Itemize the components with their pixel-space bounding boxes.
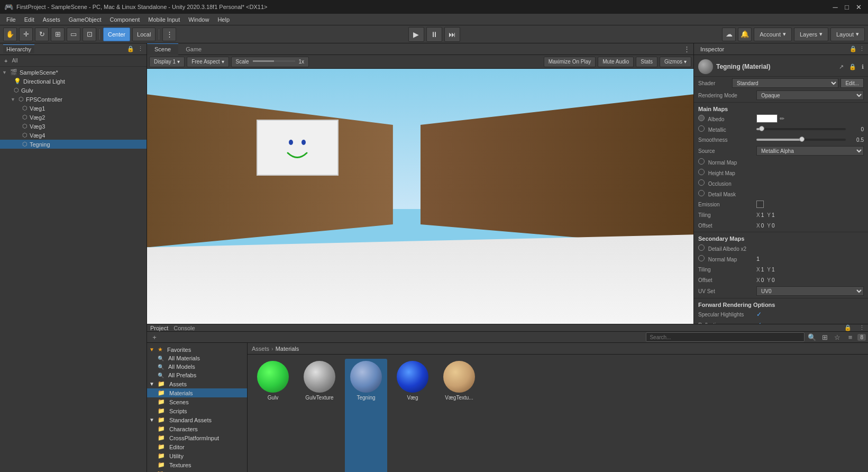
tree-item-vaeg2[interactable]: ⬡ Væg2 — [0, 113, 147, 122]
menu-help[interactable]: Help — [213, 15, 234, 24]
project-menu-icon[interactable]: ⋮ — [859, 324, 865, 331]
hierarchy-lock-icon[interactable]: 🔒 — [127, 46, 134, 52]
tree-item-tegning[interactable]: ⬡ Tegning — [0, 140, 147, 149]
smoothness-slider-thumb[interactable] — [799, 137, 805, 142]
emission-swatch[interactable] — [756, 201, 764, 208]
pause-button[interactable]: ⏸ — [426, 27, 442, 42]
account-dropdown[interactable]: Account ▾ — [754, 28, 792, 41]
layout-dropdown[interactable]: Layout ▾ — [830, 28, 865, 41]
move-tool-button[interactable]: ✛ — [19, 28, 33, 41]
project-add-button[interactable]: + — [149, 332, 160, 342]
sidebar-item-all-materials[interactable]: 🔍 All Materials — [147, 354, 247, 362]
transform-tool-button[interactable]: ⊡ — [83, 28, 96, 41]
tree-item-directional-light[interactable]: 💡 Directional Light — [0, 77, 147, 86]
maximize-btn[interactable]: Maximize On Play — [544, 57, 596, 67]
menu-file[interactable]: File — [2, 15, 20, 24]
sidebar-item-editor[interactable]: 📁 Editor — [147, 442, 247, 451]
sidebar-item-all-prefabs[interactable]: 🔍 All Prefabs — [147, 371, 247, 379]
specular-checkbox[interactable]: ✓ — [756, 311, 762, 318]
edit-shader-button[interactable]: Edit... — [840, 78, 864, 88]
source-select[interactable]: Metallic Alpha — [756, 146, 864, 156]
project-tab[interactable]: Project — [150, 325, 168, 331]
asset-item-gulv[interactable]: Gulv — [252, 359, 294, 472]
sidebar-item-scenes[interactable]: 📁 Scenes — [147, 397, 247, 406]
sidebar-item-packages[interactable]: ▶ 📁 Packages — [147, 469, 247, 472]
albedo-color-swatch[interactable] — [756, 114, 778, 123]
scale-tool-button[interactable]: ⊞ — [51, 28, 65, 41]
metallic-slider-thumb[interactable] — [759, 126, 764, 131]
asset-item-gulvtexture[interactable]: GulvTexture — [298, 359, 341, 472]
search-icon[interactable]: 🔍 — [807, 332, 817, 342]
rect-tool-button[interactable]: ▭ — [67, 28, 80, 41]
sidebar-item-scripts[interactable]: 📁 Scripts — [147, 406, 247, 415]
local-toggle-button[interactable]: Local — [132, 28, 156, 41]
inspector-menu-icon[interactable]: ⋮ — [859, 46, 865, 52]
tree-item-vaeg1[interactable]: ⬡ Væg1 — [0, 104, 147, 113]
sidebar-item-all-models[interactable]: 🔍 All Models — [147, 362, 247, 371]
smoothness-slider[interactable] — [756, 139, 846, 141]
cloud-button[interactable]: 🔔 — [738, 28, 752, 41]
tab-scene[interactable]: Scene — [147, 43, 178, 55]
insp-info-icon[interactable]: ℹ — [862, 63, 864, 70]
display-dropdown[interactable]: Display 1 ▾ — [149, 57, 185, 67]
scale-control[interactable]: Scale 1x — [231, 57, 309, 67]
asset-item-vaegtexture[interactable]: VægTextu... — [438, 359, 480, 472]
hierarchy-tab[interactable]: Hierarchy — [3, 44, 34, 53]
sidebar-item-crossplatform[interactable]: 📁 CrossPlatformInput — [147, 433, 247, 442]
scene-menu-icon[interactable]: ⋮ — [680, 45, 693, 53]
insp-lock2-icon[interactable]: 🔒 — [849, 63, 856, 70]
hierarchy-add-button[interactable]: + — [2, 57, 10, 65]
menu-component[interactable]: Component — [105, 15, 144, 24]
sidebar-item-materials[interactable]: 📁 Materials — [147, 388, 247, 397]
stats-btn[interactable]: Stats — [636, 57, 657, 67]
play-button[interactable]: ▶ — [408, 27, 424, 42]
filter-icon[interactable]: ⊞ — [819, 332, 830, 342]
collab-button[interactable]: ☁ — [722, 28, 736, 41]
mute-btn[interactable]: Mute Audio — [598, 57, 634, 67]
menu-assets[interactable]: Assets — [39, 15, 65, 24]
rendering-mode-select[interactable]: Opaque — [756, 90, 864, 100]
rotate-tool-button[interactable]: ↻ — [35, 28, 49, 41]
sidebar-item-utility[interactable]: 📁 Utility — [147, 451, 247, 460]
close-button[interactable]: ✕ — [853, 2, 864, 12]
tree-item-vaeg4[interactable]: ⬡ Væg4 — [0, 131, 147, 140]
scene-view[interactable] — [147, 69, 693, 324]
aspect-dropdown[interactable]: Free Aspect ▾ — [187, 57, 229, 67]
console-tab[interactable]: Console — [173, 325, 195, 331]
metallic-slider[interactable] — [756, 128, 846, 130]
project-lock-icon[interactable]: 🔒 — [844, 324, 852, 331]
list-icon[interactable]: ≡ — [845, 332, 855, 342]
tree-item-gulv[interactable]: ⬡ Gulv — [0, 86, 147, 95]
inspector-lock-icon[interactable]: 🔒 — [849, 46, 857, 52]
minimize-button[interactable]: ─ — [830, 2, 840, 12]
bc-assets[interactable]: Assets — [252, 346, 269, 352]
step-button[interactable]: ⏭ — [444, 27, 460, 42]
menu-gameobject[interactable]: GameObject — [65, 15, 106, 24]
tree-item-fpscontroller[interactable]: ▼ ⬡ FPSController — [0, 95, 147, 104]
star-icon[interactable]: ☆ — [832, 332, 843, 342]
tree-item-samplescene[interactable]: ▼ 🎬 SampleScene* — [0, 68, 147, 77]
scale-slider[interactable] — [253, 60, 295, 62]
eyedropper-icon[interactable]: ✏ — [780, 115, 784, 122]
menu-mobile-input[interactable]: Mobile Input — [144, 15, 184, 24]
center-toggle-button[interactable]: Center — [103, 28, 130, 41]
menu-edit[interactable]: Edit — [20, 15, 39, 24]
sidebar-item-textures[interactable]: 📁 Textures — [147, 460, 247, 469]
sidebar-item-standard-assets[interactable]: ▼ 📁 Standard Assets — [147, 415, 247, 424]
tree-item-vaeg3[interactable]: ⬡ Væg3 — [0, 122, 147, 131]
layers-dropdown[interactable]: Layers ▾ — [794, 28, 828, 41]
menu-window[interactable]: Window — [184, 15, 213, 24]
inspector-tab[interactable]: Inspector — [697, 45, 727, 53]
asset-item-tegning[interactable]: Tegning — [345, 359, 387, 472]
sidebar-item-favorites[interactable]: ▼ ★ Favorites — [147, 345, 247, 354]
maximize-button[interactable]: □ — [842, 2, 852, 12]
gizmos-btn[interactable]: Gizmos ▾ — [660, 57, 691, 67]
sidebar-item-characters[interactable]: 📁 Characters — [147, 424, 247, 433]
snap-tool-button[interactable]: ⋮ — [162, 28, 176, 41]
insp-open-icon[interactable]: ↗ — [839, 63, 844, 70]
uvset-select[interactable]: UV0 — [756, 286, 864, 296]
hierarchy-menu-icon[interactable]: ⋮ — [138, 46, 143, 52]
asset-item-vaeg[interactable]: Væg — [391, 359, 434, 472]
sidebar-item-assets[interactable]: ▼ 📁 Assets — [147, 379, 247, 388]
hand-tool-button[interactable]: ✋ — [3, 28, 17, 41]
